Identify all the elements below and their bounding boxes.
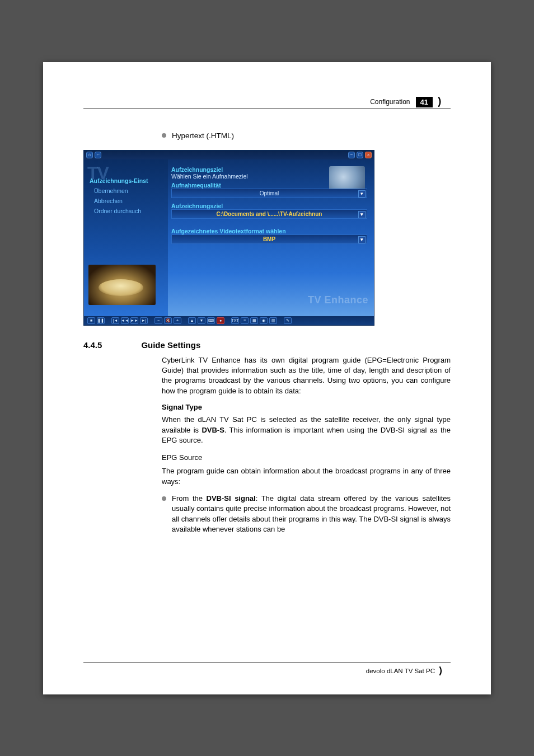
select-path-value: C:\Documents and \......\TV-Aufzeichnun bbox=[217, 211, 322, 217]
sidebar-item-cancel: Abbrechen bbox=[94, 198, 163, 204]
select-path: C:\Documents and \......\TV-Aufzeichnun … bbox=[171, 209, 367, 219]
sidebar-item-apply: Übernehmen bbox=[94, 187, 163, 194]
brand-watermark: TV Enhance bbox=[308, 294, 368, 306]
footer-arc-icon bbox=[439, 666, 451, 675]
forward-icon: ►► bbox=[130, 317, 138, 324]
watermark-text: TV bbox=[87, 163, 108, 184]
skip-back-icon: |◄ bbox=[111, 317, 119, 324]
select-teletext: BMP ▾ bbox=[171, 234, 367, 244]
plus-icon: + bbox=[174, 317, 181, 324]
down-icon: ▼ bbox=[198, 317, 205, 324]
epg-source-bullet: From the DVB-SI signal: The digital data… bbox=[162, 494, 451, 535]
mute-icon: 🔇 bbox=[164, 317, 172, 324]
section-intro: CyberLink TV Enhance has its own digital… bbox=[162, 355, 451, 397]
up-icon: ▲ bbox=[188, 317, 196, 324]
section-title: Guide Settings bbox=[141, 340, 200, 350]
close-icon: × bbox=[365, 152, 372, 158]
embedded-screenshot: ⌂ ← − □ × TV Aufzeichnungs-Einst Überneh… bbox=[83, 150, 374, 326]
capture-icon: ◉ bbox=[260, 317, 268, 324]
bullet-text: From the DVB-SI signal: The digital data… bbox=[172, 494, 451, 535]
select-teletext-value: BMP bbox=[263, 236, 275, 242]
chevron-down-icon: ▾ bbox=[358, 211, 366, 218]
keyboard-icon: ⌨ bbox=[207, 317, 215, 324]
grid-icon: ▦ bbox=[250, 317, 258, 324]
pause-icon: ❚❚ bbox=[97, 317, 105, 324]
screenshot-titlebar: ⌂ ← − □ × bbox=[84, 151, 374, 159]
footer-rule bbox=[83, 663, 451, 663]
record-icon: ● bbox=[217, 317, 224, 324]
bullet-dot-icon bbox=[162, 496, 166, 501]
txt-icon: TXT bbox=[231, 317, 239, 324]
header-section-name: Configuration bbox=[370, 98, 410, 106]
section-number: 4.4.5 bbox=[83, 340, 102, 350]
screenshot-body: TV Aufzeichnungs-Einst Übernehmen Abbrec… bbox=[84, 159, 374, 316]
bullet-bold: DVB-SI signal bbox=[207, 494, 256, 503]
select-quality-value: Optimal bbox=[260, 190, 279, 196]
rewind-icon: ◄◄ bbox=[121, 317, 129, 324]
top-bullet-text: Hypertext (.HTML) bbox=[172, 132, 234, 140]
header-page-number: 41 bbox=[416, 97, 433, 107]
home-icon: ⌂ bbox=[86, 152, 93, 158]
section-heading: 4.4.5 Guide Settings bbox=[83, 340, 451, 350]
screenshot-content: Aufzeichnungsziel Wählen Sie ein Aufnahm… bbox=[168, 159, 374, 316]
header-arc-icon bbox=[438, 97, 451, 107]
sidebar-item-browse: Ordner durchsuch bbox=[94, 208, 163, 214]
signal-type-heading: Signal Type bbox=[162, 403, 451, 411]
document-page: Configuration 41 Hypertext (.HTML) ⌂ ← −… bbox=[43, 62, 491, 694]
signal-type-bold: DVB-S bbox=[202, 426, 224, 434]
label-teletext: Aufgezeichnetes Videotextformat wählen bbox=[171, 228, 367, 234]
signal-type-paragraph: When the dLAN TV Sat PC is selected as t… bbox=[162, 415, 451, 445]
stop-icon: ■ bbox=[87, 317, 95, 324]
pip-preview bbox=[88, 265, 156, 305]
screenshot-sidebar: TV Aufzeichnungs-Einst Übernehmen Abbrec… bbox=[84, 159, 168, 316]
page-footer: devolo dLAN TV Sat PC bbox=[366, 666, 451, 675]
skip-fwd-icon: ►| bbox=[140, 317, 148, 324]
footer-product: devolo dLAN TV Sat PC bbox=[366, 668, 435, 674]
bullet-prefix: From the bbox=[172, 494, 207, 503]
back-icon: ← bbox=[95, 152, 101, 158]
minus-icon: − bbox=[154, 317, 162, 324]
list-icon: ≡ bbox=[241, 317, 249, 324]
top-bullet: Hypertext (.HTML) bbox=[162, 132, 451, 140]
chevron-down-icon: ▾ bbox=[358, 236, 366, 243]
bullet-dot-icon bbox=[162, 133, 166, 138]
epg-source-heading: EPG Source bbox=[162, 453, 451, 463]
page-header: Configuration 41 bbox=[83, 96, 451, 109]
epg-source-intro: The program guide can obtain information… bbox=[162, 466, 451, 487]
chevron-down-icon: ▾ bbox=[358, 190, 366, 198]
label-path: Aufzeichnungsziel bbox=[171, 203, 367, 209]
select-quality: Optimal ▾ bbox=[171, 189, 367, 198]
maximize-icon: □ bbox=[357, 152, 363, 158]
screenshot-toolbar: ■ ❚❚ |◄ ◄◄ ►► ►| − 🔇 + ▲ ▼ ⌨ ● TXT ≡ ▦ ◉… bbox=[84, 316, 374, 325]
settings-icon: ✎ bbox=[284, 317, 292, 324]
verticals-icon: ▥ bbox=[269, 317, 277, 324]
minimize-icon: − bbox=[348, 152, 355, 158]
